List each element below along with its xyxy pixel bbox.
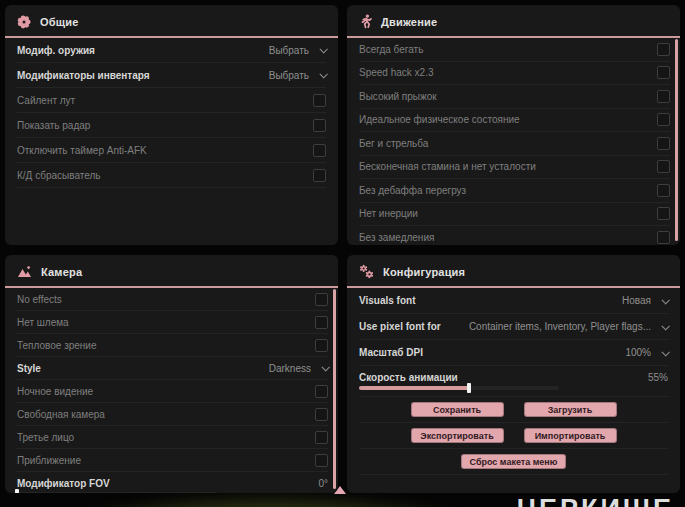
row-label: Бесконечная стамина и нет усталости bbox=[359, 161, 536, 172]
row-label: Без дебаффа перегруз bbox=[359, 185, 466, 196]
high-jump-checkbox[interactable] bbox=[657, 90, 670, 103]
panel-title: Движение bbox=[381, 16, 437, 28]
silent-loot-checkbox[interactable] bbox=[313, 94, 326, 107]
panel-title: Конфигурация bbox=[383, 266, 465, 278]
row-label: Масштаб DPI bbox=[359, 347, 423, 358]
row-third-person: Третье лицо bbox=[17, 426, 328, 449]
game-background-glow bbox=[60, 491, 480, 507]
style-dropdown[interactable]: Darkness bbox=[269, 363, 328, 374]
row-label: Третье лицо bbox=[17, 432, 74, 443]
flower-icon bbox=[17, 15, 31, 29]
speed-hack-checkbox[interactable] bbox=[657, 66, 670, 79]
row-style: Style Darkness bbox=[17, 357, 328, 380]
slider-handle[interactable] bbox=[15, 489, 19, 494]
no-helmet-checkbox[interactable] bbox=[315, 316, 328, 329]
dropdown-value: Выбрать bbox=[269, 70, 309, 81]
row-label: Style bbox=[17, 363, 41, 374]
runner-icon bbox=[359, 14, 372, 29]
row-label: Use pixel font for bbox=[359, 321, 441, 332]
row-label: Отключить таймер Anti-AFK bbox=[17, 145, 147, 156]
button-row-save-load: Сохранить Загрузить bbox=[359, 397, 668, 423]
always-run-checkbox[interactable] bbox=[657, 43, 670, 56]
row-no-slowdown: Без замедления bbox=[359, 226, 670, 245]
row-thermal-vision: Тепловое зрение bbox=[17, 334, 328, 357]
panel-config: Конфигурация Visuals font Новая Use pixe… bbox=[347, 255, 680, 493]
run-and-shoot-checkbox[interactable] bbox=[657, 137, 670, 150]
import-button[interactable]: Импортировать bbox=[524, 428, 617, 443]
row-label: К/Д сбрасыватель bbox=[17, 170, 100, 181]
chevron-down-icon bbox=[319, 70, 327, 78]
camera-scrollbar[interactable] bbox=[333, 289, 336, 489]
weapon-mod-dropdown[interactable]: Выбрать bbox=[269, 45, 326, 56]
row-inventory-mods: Модификаторы инвентаря Выбрать bbox=[17, 63, 326, 88]
load-button[interactable]: Загрузить bbox=[524, 402, 617, 417]
perfect-condition-checkbox[interactable] bbox=[657, 113, 670, 126]
panel-title: Камера bbox=[41, 266, 82, 278]
free-camera-checkbox[interactable] bbox=[315, 408, 328, 421]
animation-speed-slider[interactable] bbox=[359, 386, 559, 390]
dpi-scale-dropdown[interactable]: 100% bbox=[625, 347, 668, 358]
thermal-vision-checkbox[interactable] bbox=[315, 339, 328, 352]
pixel-font-dropdown[interactable]: Container items, Inventory, Player flags… bbox=[469, 321, 668, 332]
row-free-camera: Свободная камера bbox=[17, 403, 328, 426]
no-overload-debuff-checkbox[interactable] bbox=[657, 184, 670, 197]
panel-camera: Камера No effects Нет шлема Тепловое зре… bbox=[5, 255, 338, 493]
row-no-helmet: Нет шлема bbox=[17, 311, 328, 334]
no-inertia-checkbox[interactable] bbox=[657, 207, 670, 220]
row-high-jump: Высокий прыжок bbox=[359, 85, 670, 109]
row-label: Сайлент лут bbox=[17, 95, 75, 106]
row-label: Всегда бегать bbox=[359, 44, 423, 55]
reset-layout-button[interactable]: Сброс макета меню bbox=[461, 454, 567, 469]
row-no-inertia: Нет инерции bbox=[359, 203, 670, 227]
panel-title: Общие bbox=[40, 16, 79, 28]
row-dpi-scale: Масштаб DPI 100% bbox=[359, 340, 668, 366]
panel-movement-header: Движение bbox=[347, 5, 680, 36]
row-label: Модификатор FOV bbox=[17, 478, 110, 489]
inventory-mods-dropdown[interactable]: Выбрать bbox=[269, 70, 326, 81]
third-person-checkbox[interactable] bbox=[315, 431, 328, 444]
panel-camera-header: Камера bbox=[5, 255, 338, 286]
row-label: Ночное видение bbox=[17, 386, 93, 397]
row-fov-modifier: Модификатор FOV 0° bbox=[17, 472, 328, 493]
save-button[interactable]: Сохранить bbox=[411, 402, 504, 417]
no-slowdown-checkbox[interactable] bbox=[657, 231, 670, 244]
row-zoom: Приближение bbox=[17, 449, 328, 472]
anti-afk-checkbox[interactable] bbox=[313, 144, 326, 157]
row-label: Высокий прыжок bbox=[359, 91, 437, 102]
show-radar-checkbox[interactable] bbox=[313, 119, 326, 132]
export-button[interactable]: Экспортировать bbox=[411, 428, 504, 443]
row-silent-loot: Сайлент лут bbox=[17, 88, 326, 113]
movement-scrollbar[interactable] bbox=[675, 39, 678, 241]
fov-value: 0° bbox=[318, 478, 328, 489]
dropdown-value: 100% bbox=[625, 347, 651, 358]
row-label: Нет шлема bbox=[17, 317, 69, 328]
visuals-font-dropdown[interactable]: Новая bbox=[622, 295, 668, 306]
zoom-checkbox[interactable] bbox=[315, 454, 328, 467]
row-cooldown-reset: К/Д сбрасыватель bbox=[17, 163, 326, 188]
row-infinite-stamina: Бесконечная стамина и нет усталости bbox=[359, 156, 670, 180]
dropdown-value: Новая bbox=[622, 295, 651, 306]
dropdown-value: Container items, Inventory, Player flags… bbox=[469, 321, 651, 332]
infinite-stamina-checkbox[interactable] bbox=[657, 160, 670, 173]
row-show-radar: Показать радар bbox=[17, 113, 326, 138]
fov-slider[interactable] bbox=[17, 492, 217, 494]
no-effects-checkbox[interactable] bbox=[315, 293, 328, 306]
row-pixel-font: Use pixel font for Container items, Inve… bbox=[359, 314, 668, 340]
row-label: Показать радар bbox=[17, 120, 90, 131]
row-weapon-mod: Модиф. оружия Выбрать bbox=[17, 38, 326, 63]
dropdown-value: Выбрать bbox=[269, 45, 309, 56]
night-vision-checkbox[interactable] bbox=[315, 385, 328, 398]
row-always-run: Всегда бегать bbox=[359, 38, 670, 62]
slider-handle[interactable] bbox=[467, 383, 471, 393]
watermark-text: ЧЕРКИШЕ bbox=[517, 494, 674, 507]
animation-speed-value: 55% bbox=[648, 372, 668, 383]
panel-general: Общие Модиф. оружия Выбрать Модификаторы… bbox=[5, 5, 338, 245]
cooldown-reset-checkbox[interactable] bbox=[313, 169, 326, 182]
gears-icon bbox=[359, 264, 374, 279]
panel-general-header: Общие bbox=[5, 5, 338, 36]
row-label: Visuals font bbox=[359, 295, 416, 306]
row-label: Свободная камера bbox=[17, 409, 105, 420]
row-night-vision: Ночное видение bbox=[17, 380, 328, 403]
row-label: Модификаторы инвентаря bbox=[17, 70, 150, 81]
row-run-and-shoot: Бег и стрельба bbox=[359, 132, 670, 156]
